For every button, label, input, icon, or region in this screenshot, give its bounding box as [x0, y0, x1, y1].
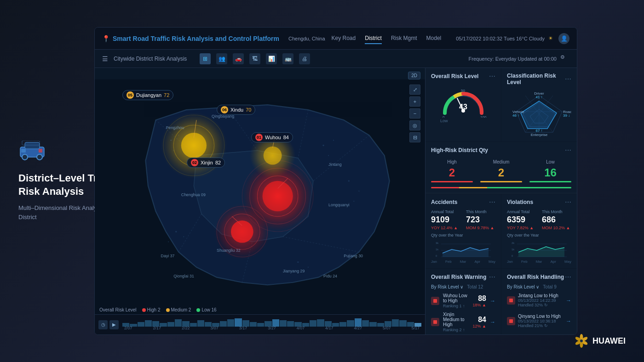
handling-icon-1 [507, 296, 515, 305]
outer-wrapper: District–Level Traffic Risk Analysis Mul… [0, 0, 644, 362]
classification-risk-more[interactable]: ⋯ [565, 75, 571, 83]
layers-btn[interactable]: ⊟ [409, 132, 420, 142]
risk-medium-item: Medium 2 [480, 159, 522, 182]
tab-key-road[interactable]: Key Road [332, 33, 356, 44]
settings-icon[interactable]: ⚙ [560, 54, 569, 63]
risk-low-item: Low 16 [529, 159, 571, 182]
warning-filter[interactable]: By Risk Level ∨ [431, 284, 463, 289]
jintang-label: Jintang [328, 162, 342, 167]
svg-point-20 [297, 261, 299, 263]
svg-text:41 ↑: 41 ↑ [535, 95, 542, 99]
grid-icon[interactable]: ⊞ [200, 53, 211, 64]
svg-text:2k: 2k [512, 242, 515, 244]
accidents-content: Annual Total 9109 YOY 12.4% ▲ This Month… [431, 209, 495, 230]
svg-text:50: 50 [461, 89, 465, 93]
right-panel: Overall Risk Level ⋯ [425, 68, 577, 334]
car-icon[interactable]: 🚗 [233, 53, 244, 64]
svg-text:3k: 3k [436, 242, 439, 244]
warning-arrow-1[interactable]: → [490, 298, 495, 304]
svg-rect-1 [25, 142, 40, 149]
map-svg: Pengzhou Qingbaijiang Jintang Longquanyi… [95, 68, 425, 334]
handling-icon-2 [507, 317, 515, 325]
overall-warning-header: Overall Risk Warning ⋯ [431, 273, 495, 281]
overall-handling-widget: Overall Risk Handling ⋯ By Risk Level ∨ … [501, 269, 577, 334]
high-risk-header: High-Risk District Qty ⋯ [431, 147, 571, 154]
pujiang-label: Pujiang 30 [344, 254, 363, 258]
svg-point-15 [168, 241, 169, 242]
violations-more[interactable]: ⋯ [565, 198, 571, 206]
xindu-center [264, 147, 282, 165]
high-risk-more[interactable]: ⋯ [565, 147, 571, 154]
svg-point-13 [328, 155, 329, 156]
warning-arrow-2[interactable]: → [490, 319, 495, 325]
people-icon[interactable]: 👥 [216, 53, 227, 64]
overall-risk-more[interactable]: ⋯ [489, 73, 495, 80]
sub-nav: ☰ Citywide District Risk Analysis ⊞ 👥 🚗 … [95, 50, 577, 68]
tab-district[interactable]: District [365, 33, 382, 44]
timeline-clock[interactable]: ◷ [98, 320, 108, 329]
timeline-controls: ◷ ▶ [98, 320, 119, 329]
svg-text:1k: 1k [512, 248, 515, 251]
jianyang-label: Jianyang 29 [283, 269, 305, 273]
handling-date-2: 05/13/2022 10:36:18 [518, 319, 563, 323]
handling-arrow-1[interactable]: → [566, 297, 571, 304]
handling-item-jintang: Jintang Low to High 05/13/2022 14:22:39 … [507, 293, 571, 307]
nav-location: Chengdu, China [288, 36, 325, 41]
svg-marker-47 [521, 101, 557, 129]
handling-filter[interactable]: By Risk Level ∨ [507, 284, 539, 289]
road-icon[interactable]: 🏗 [249, 53, 260, 64]
accidents-month: This Month 723 MOM 9.78% ▲ [466, 209, 495, 230]
violations-month: This Month 686 MOM 10.2% ▲ [542, 209, 571, 230]
warning-item-xinjin: Xinjin Medium to High Ranking 2 ↑ 84 12%… [431, 312, 495, 332]
legend-high: High 2 [142, 307, 161, 312]
map-legend: Overall Risk Level High 2 Medium 2 Low 1… [99, 307, 217, 312]
violations-chart: 2k 1k 0 [507, 240, 571, 259]
accidents-more[interactable]: ⋯ [489, 198, 495, 206]
svg-rect-5 [39, 149, 42, 153]
classification-risk-title: Classification Risk Level [507, 73, 565, 85]
svg-marker-62 [443, 248, 489, 257]
handling-item-qinyang: Qinyang Low to High 05/13/2022 10:36:18 … [507, 314, 571, 328]
warning-header-meta: Overall Risk Warning [431, 274, 486, 280]
zoom-out-btn[interactable]: − [409, 108, 420, 119]
fullscreen-btn[interactable]: ⤢ [409, 85, 420, 95]
handling-arrow-2[interactable]: → [566, 318, 571, 324]
warning-rank-2: Ranking 2 ↑ [443, 328, 469, 332]
overall-handling-more[interactable]: ⋯ [565, 273, 571, 281]
print-icon[interactable]: 🖨 [299, 53, 310, 64]
overall-handling-title: Overall Risk Handling [507, 274, 564, 280]
menu-icon[interactable]: ☰ [102, 55, 108, 62]
handling-date-1: 05/13/2022 14:22:39 [518, 298, 563, 303]
violations-line-svg: 2k 1k 0 [507, 240, 571, 259]
warning-rank-1: Ranking 1 ↑ [443, 304, 469, 308]
bar-icon[interactable]: 📊 [266, 53, 277, 64]
chenghua-label: Chenghua 09 [181, 192, 206, 197]
accidents-annual-value: 9109 [431, 215, 460, 225]
widget-row-3: Overall Risk Warning ⋯ By Risk Level ∨ T… [426, 269, 577, 334]
compass-btn[interactable]: ◎ [409, 120, 420, 130]
tab-model[interactable]: Model [426, 33, 442, 44]
svg-point-3 [37, 154, 42, 160]
violations-header: Violations ⋯ [507, 198, 571, 206]
user-avatar[interactable]: 👤 [558, 33, 569, 44]
violations-widget: Violations ⋯ Annual Total 6359 YOY 7.82%… [501, 194, 577, 268]
timeline-track[interactable]: 2/07 2/17 2/22 3/07 3/17 3/27 4/07 4/17 … [122, 318, 421, 331]
map-2d-toggle[interactable]: 2D [408, 72, 420, 79]
pidu-label: Pidu 24 [323, 274, 337, 278]
svg-text:67 ↑: 67 ↑ [535, 129, 542, 133]
dayi-label: Dayi 37 [161, 254, 175, 258]
violations-title: Violations [507, 199, 533, 205]
warning-total: Total 12 [467, 284, 483, 289]
handling-pct-1: Handled 32% ↻ [518, 303, 563, 307]
warning-list: Wuhou Low to High Ranking 1 ↑ 88 18% ▲ → [431, 293, 495, 332]
overall-warning-more[interactable]: ⋯ [489, 273, 495, 281]
timeline-play[interactable]: ▶ [109, 320, 119, 329]
accidents-mom: MOM 9.78% ▲ [466, 226, 495, 230]
svg-point-17 [348, 180, 350, 181]
bus-icon[interactable]: 🚌 [282, 53, 293, 64]
tab-risk-mgmt[interactable]: Risk Mgmt [391, 33, 417, 44]
warning-title-1: Wuhou Low to High [443, 293, 469, 303]
zoom-in-btn[interactable]: + [409, 96, 420, 107]
handling-pct-2: Handled 21% ↻ [518, 323, 563, 328]
warning-item-wuhou: Wuhou Low to High Ranking 1 ↑ 88 18% ▲ → [431, 293, 495, 308]
